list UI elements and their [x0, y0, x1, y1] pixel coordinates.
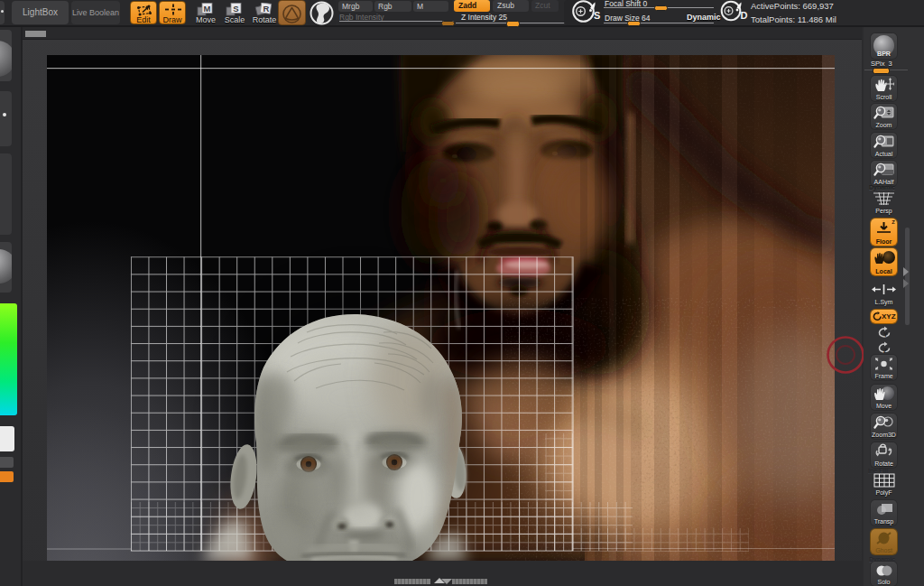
svg-text:M: M — [204, 4, 211, 14]
svg-text:Y: Y — [883, 331, 888, 338]
svg-text:S: S — [594, 10, 600, 21]
svg-text:Z: Z — [883, 348, 888, 354]
svg-text:S: S — [233, 4, 238, 14]
svg-text:R: R — [263, 4, 270, 14]
svg-text:D: D — [741, 10, 748, 21]
